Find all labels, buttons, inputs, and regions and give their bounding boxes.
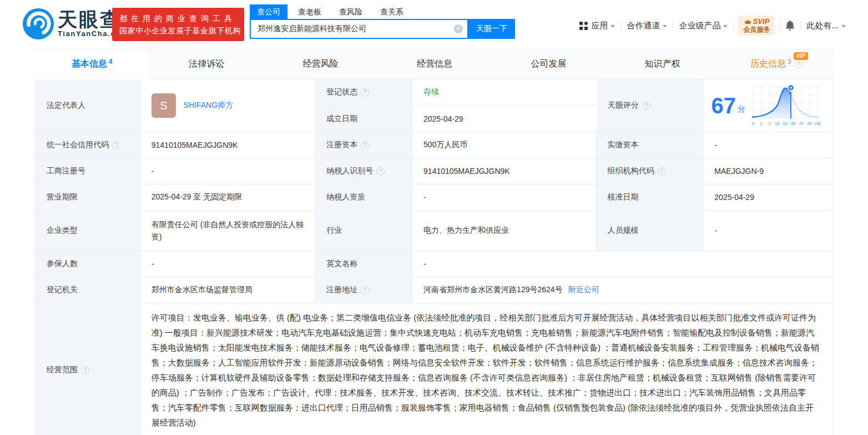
nav-partner-channel[interactable]: 合作通道 xyxy=(627,21,667,31)
brand-slogan-badge: 都在用的商业查询工具 国家中小企业发展子基金旗下机构 xyxy=(112,8,244,41)
svg-text:97: 97 xyxy=(799,121,804,126)
field-value: 郑州市金水区市场监督管理局 xyxy=(140,277,316,303)
field-label: 工商注册号 xyxy=(36,158,140,184)
table-row: 登记机关 郑州市金水区市场监督管理局 注册地址 河南省郑州市金水区黄河路129号… xyxy=(36,277,833,303)
field-value: - xyxy=(412,184,597,210)
help-icon[interactable] xyxy=(642,102,650,110)
svip-member-badge[interactable]: SVIP 会员服务 xyxy=(738,16,775,36)
divider xyxy=(800,22,801,29)
svg-text:85: 85 xyxy=(791,121,795,126)
table-row: 法定代表人 S SHIFANG师方 登记状态 存续 成立日期 2025-04-2… xyxy=(36,79,833,132)
field-value: 2025-04-29 至 无固定期限 xyxy=(140,184,316,210)
help-icon[interactable] xyxy=(361,88,369,97)
svg-text:0: 0 xyxy=(752,121,754,126)
field-label: 天眼评分 xyxy=(597,79,704,132)
svg-text:1: 1 xyxy=(760,121,762,126)
tab-intellectual-property[interactable]: 知识产权 xyxy=(605,49,719,79)
field-label: 参保人数 xyxy=(36,251,140,277)
table-row: 企业类型 有限责任公司 (非自然人投资或控股的法人独资) 行业 电力、热力生产和… xyxy=(36,211,833,251)
help-icon[interactable] xyxy=(112,141,120,149)
table-row: 经营范围 许可项目：发电业务、输电业务、供 (配) 电业务；第二类增值电信业务 … xyxy=(36,303,833,435)
field-label: 实缴资本 xyxy=(597,132,704,158)
tab-basic-info[interactable]: 基本信息 4 xyxy=(35,49,149,79)
slogan-line1: 都在用的商业查询工具 xyxy=(119,12,237,24)
tab-count: 3 xyxy=(788,58,791,66)
help-icon[interactable] xyxy=(361,141,369,149)
field-label: 行业 xyxy=(315,211,412,251)
field-label: 组织机构代码 xyxy=(597,158,704,184)
score-value: 67 xyxy=(711,94,736,117)
search-tab-company[interactable]: 查公司 xyxy=(250,4,287,19)
tab-operation-risk[interactable]: 经营风险 xyxy=(264,49,377,79)
svg-text:100: 100 xyxy=(814,121,821,126)
help-icon[interactable] xyxy=(376,167,385,176)
help-icon[interactable] xyxy=(795,60,803,68)
help-icon[interactable] xyxy=(658,167,666,176)
help-icon[interactable] xyxy=(81,366,89,374)
search-tab-boss[interactable]: 查老板 xyxy=(291,4,329,19)
search-module: 查公司 查老板 查风险 查关系 天眼一下 xyxy=(250,4,515,39)
search-input[interactable] xyxy=(250,19,468,39)
table-row: 工商注册号 - 纳税人识别号 91410105MAEJGJGN9K 组织机构代码… xyxy=(36,158,833,184)
tab-operation-info[interactable]: 经营信息 xyxy=(377,49,491,79)
slogan-line2: 国家中小企业发展子基金旗下机构 xyxy=(119,24,237,37)
address-cell: 河南省郑州市金水区黄河路129号2624号 附近公司 xyxy=(412,277,833,303)
nav-enterprise-products[interactable]: 企业级产品 xyxy=(679,21,728,31)
svg-text:15: 15 xyxy=(775,121,779,126)
nearby-companies-link[interactable]: 附近公司 xyxy=(568,285,599,295)
search-button[interactable]: 天眼一下 xyxy=(468,19,515,39)
apps-grid-icon xyxy=(579,22,588,30)
divider xyxy=(779,22,780,29)
site-header: 天眼查 TianYanCha.com 都在用的商业查询工具 国家中小企业发展子基… xyxy=(0,0,868,49)
help-icon[interactable] xyxy=(361,286,369,294)
field-value: - xyxy=(703,132,833,158)
field-label: 注册资本 xyxy=(315,132,412,158)
field-value: 有限责任公司 (非自然人投资或控股的法人独资) xyxy=(140,211,316,251)
status-badge: 存续 xyxy=(412,79,597,106)
avatar[interactable]: S xyxy=(152,93,176,118)
search-tab-risk[interactable]: 查风险 xyxy=(332,4,370,19)
field-value: - xyxy=(703,211,833,251)
field-value: - xyxy=(140,251,316,277)
field-label: 企业类型 xyxy=(36,211,140,251)
field-value: - xyxy=(140,158,316,184)
field-label: 登记机关 xyxy=(36,277,140,303)
svg-text:3: 3 xyxy=(768,121,770,126)
tab-history-info[interactable]: VIP 历史信息 3 xyxy=(720,49,834,79)
field-value: 电力、热力生产和供应业 xyxy=(412,211,597,251)
field-label: 成立日期 xyxy=(315,106,412,132)
tab-company-development[interactable]: 公司发展 xyxy=(492,49,605,79)
vip-badge: VIP xyxy=(794,52,808,60)
field-value: 500万人民币 xyxy=(412,132,597,158)
tab-count: 4 xyxy=(109,58,113,66)
field-label: 核准日期 xyxy=(597,184,704,210)
table-row: 营业期限 2025-04-29 至 无固定期限 纳税人资质 - 核准日期 202… xyxy=(36,184,833,211)
legal-rep-link[interactable]: SHIFANG师方 xyxy=(184,101,233,111)
search-tabs: 查公司 查老板 查风险 查关系 xyxy=(250,4,515,19)
field-value: 91410105MAEJGJGN9K xyxy=(140,132,316,158)
score-distribution-chart: 01 315 5085 9799 100 xyxy=(749,82,821,129)
divider xyxy=(620,22,621,29)
field-value: - xyxy=(412,251,833,277)
table-row: 统一社会信用代码 91410105MAEJGJGN9K 注册资本 500万人民币… xyxy=(36,132,833,158)
nav-user-more[interactable]: 此处有... xyxy=(806,21,846,31)
search-tab-relation[interactable]: 查关系 xyxy=(373,4,411,19)
field-label: 纳税人资质 xyxy=(315,184,412,210)
chevron-down-icon xyxy=(841,25,846,28)
field-label: 登记状态 xyxy=(315,79,412,106)
notification-bell-icon[interactable] xyxy=(785,21,795,31)
field-label: 英文名称 xyxy=(315,251,412,277)
divider xyxy=(673,22,673,29)
clear-search-icon[interactable] xyxy=(454,24,463,33)
field-label: 经营范围 xyxy=(36,303,140,435)
table-row: 参保人数 - 英文名称 - xyxy=(36,251,833,277)
tab-legal-litigation[interactable]: 法律诉讼 xyxy=(149,49,263,79)
logo-eye-icon xyxy=(22,8,54,40)
field-label: 纳税人识别号 xyxy=(315,158,412,184)
business-scope-text: 许可项目：发电业务、输电业务、供 (配) 电业务；第二类增值电信业务 (依法须经… xyxy=(140,303,833,435)
nav-apps[interactable]: 应用 xyxy=(579,21,615,31)
chevron-down-icon xyxy=(723,25,728,28)
chevron-down-icon xyxy=(610,25,615,28)
field-value: 2025-04-29 xyxy=(412,106,597,132)
divider xyxy=(733,22,734,29)
